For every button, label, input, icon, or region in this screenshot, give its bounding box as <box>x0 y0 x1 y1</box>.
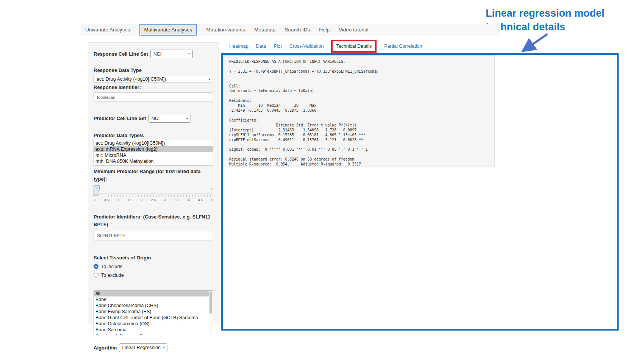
tick-label: 4 <box>188 198 190 202</box>
tick-label: 3.5 <box>175 198 180 202</box>
radio-label: To include <box>101 264 122 269</box>
list-item[interactable]: Peripheral_Nervous_System <box>94 333 213 335</box>
list-item[interactable]: Bone:Chondrosarcoma (CHS) <box>94 303 213 309</box>
scrollbar[interactable] <box>209 291 213 334</box>
tick-label: 2.5 <box>151 198 156 202</box>
radio-to-exclude[interactable]: To exclude <box>94 273 213 278</box>
list-item[interactable]: mir: MicroRNA <box>94 152 213 158</box>
list-item[interactable]: Bone:Giant Cell Tumor of Bone (GCTB) Sar… <box>94 315 213 321</box>
tick-label: 3 <box>164 198 166 202</box>
tick-label: 1.5 <box>127 198 132 202</box>
annotation-arrow-icon <box>517 32 551 54</box>
nav-tab-multivariate-analyses[interactable]: Multivariate Analyses <box>139 24 197 36</box>
tick-label: 2 <box>141 198 142 202</box>
result-tabs: Heatmap Data Plot Cross-Validation Techn… <box>229 39 422 53</box>
predictor-data-types-listbox: act: Drug Activity (-log10[IC50M]) exp: … <box>94 140 213 165</box>
tab-cross-validation[interactable]: Cross-Validation <box>289 44 324 49</box>
technical-details-highlight-box: Technical Details <box>331 40 377 53</box>
predictor-cell-line-set-select[interactable]: NCI ⌄ <box>148 114 191 123</box>
tab-technical-details[interactable]: Technical Details <box>336 44 372 49</box>
list-item[interactable]: act: Drug Activity (-log10[IC50M]) <box>94 140 213 146</box>
page: Linear regression model technical detail… <box>0 0 644 362</box>
nav-tab-video-tutorial[interactable]: Video tutorial <box>339 27 369 33</box>
response-data-type-select[interactable]: act: Drug Activity (-log10[IC50M]) ⌄ <box>94 75 213 83</box>
predictor-identifiers-input[interactable] <box>94 231 213 240</box>
response-cell-line-set-select[interactable]: NCI ⌄ <box>150 50 193 58</box>
chevron-down-icon: ⌄ <box>208 76 211 81</box>
nav-tab-help[interactable]: Help <box>319 27 330 33</box>
predictor-cell-line-set-label: Predictor Cell Line Set <box>94 115 146 121</box>
min-predictor-range-label: Minimum Predictor Range (for first liste… <box>94 168 213 183</box>
response-data-type-label: Response Data Type <box>94 67 213 73</box>
radio-label: To exclude <box>101 273 124 278</box>
response-cell-line-set-label: Response Cell Line Set <box>94 51 148 57</box>
slider-tick-labels: 0 0.5 1 1.5 2 2.5 3 3.5 4 4.5 5 <box>94 198 213 202</box>
response-cell-line-set-value: NCI <box>153 51 162 57</box>
tick-label: 1 <box>117 198 119 202</box>
tab-plot[interactable]: Plot <box>274 44 282 49</box>
chevron-down-icon: ⌄ <box>162 344 166 350</box>
tick-label: 0 <box>94 198 95 202</box>
slider-track[interactable] <box>94 193 213 193</box>
list-item[interactable]: mth: DNA 850K Methylation <box>94 158 213 164</box>
nav-tab-search-ids[interactable]: Search IDs <box>284 27 310 33</box>
predictor-cell-line-set-value: NCI <box>152 116 160 121</box>
tissue-origin-listbox: all Bone Bone:Chondrosarcoma (CHS) Bone:… <box>94 290 213 335</box>
list-item[interactable]: Bone:Sarcoma <box>94 327 213 333</box>
tab-partial-correlation[interactable]: Partial Correlation <box>384 44 422 49</box>
response-data-type-value: act: Drug Activity (-log10[IC50M]) <box>97 76 166 82</box>
tick-label: 5 <box>211 198 213 202</box>
tissue-origin-label: Select Tissue/s of Origin <box>94 255 213 261</box>
nav-tab-metadata[interactable]: Metadata <box>254 27 275 33</box>
tick-label: 0.5 <box>104 198 109 202</box>
technical-details-output: PREDICTED RESPONSE AS A FUNCTION OF INPU… <box>224 55 495 167</box>
response-identifier-input[interactable] <box>94 92 213 102</box>
list-item[interactable]: Bone <box>94 296 213 303</box>
tick-label: 4.5 <box>198 198 203 202</box>
response-identifier-label: Response Identifier: <box>94 84 213 90</box>
algorithm-select[interactable]: Linear Regression ⌄ <box>119 343 167 352</box>
min-predictor-range-slider: 0 5 0 0.5 1 1.5 2 2.5 3 3.5 4 4.5 5 <box>94 193 213 208</box>
algorithm-value: Linear Regression <box>122 345 160 350</box>
list-item[interactable]: Bone:Osteosarcoma (OS) <box>94 321 213 327</box>
radio-to-include[interactable]: To include <box>94 264 213 269</box>
slider-ticks <box>94 195 213 197</box>
predictor-identifiers-label: Predictor Identifiers: (Case-Sensitive, … <box>94 213 213 228</box>
scrollbar-thumb[interactable] <box>209 292 212 314</box>
top-navigation: Univariate Analyses Multivariate Analyse… <box>81 24 500 36</box>
list-item[interactable]: Bone:Ewing Sarcoma (ES) <box>94 309 213 315</box>
tab-data[interactable]: Data <box>256 44 266 49</box>
predictor-data-types-label: Predictor Data Type/s <box>94 133 213 138</box>
chevron-down-icon: ⌄ <box>187 50 191 56</box>
radio-unselected-icon <box>94 273 98 278</box>
nav-tab-univariate-analyses[interactable]: Univariate Analyses <box>85 27 130 33</box>
analysis-settings-panel: Response Cell Line Set NCI ⌄ Response Da… <box>88 42 219 323</box>
chevron-down-icon: ⌄ <box>185 115 189 120</box>
list-item[interactable]: exp: mRNA Expression (log2) <box>94 146 213 152</box>
radio-selected-icon <box>94 264 98 269</box>
nav-tab-mutation-variants[interactable]: Mutation variants <box>206 27 245 33</box>
algorithm-label: Algorithm <box>94 345 117 351</box>
tab-heatmap[interactable]: Heatmap <box>229 44 249 49</box>
annotation-title: Linear regression model technical detail… <box>486 7 633 34</box>
list-item[interactable]: all <box>94 290 213 296</box>
slider-max-label: 5 <box>211 187 213 191</box>
